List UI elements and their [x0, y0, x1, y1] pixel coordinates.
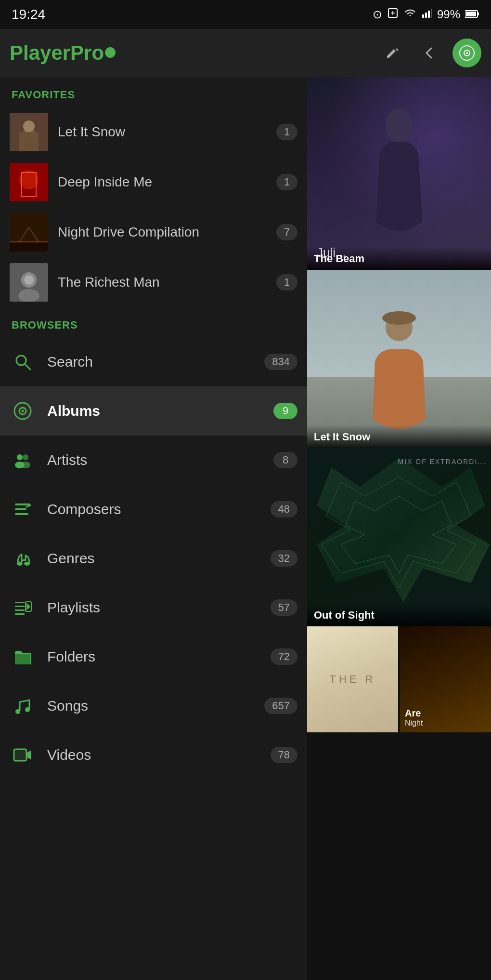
albums-icon: [10, 398, 36, 424]
svg-rect-38: [15, 513, 28, 515]
browser-name-songs: Songs: [47, 698, 253, 714]
now-playing-button[interactable]: [452, 39, 481, 67]
favorite-item-deep-inside-me[interactable]: Deep Inside Me 1: [0, 157, 307, 207]
logo-text: PlayerPro: [10, 41, 116, 65]
browser-item-playlists[interactable]: Playlists 57: [0, 583, 307, 632]
browser-item-composers[interactable]: Composers 48: [0, 485, 307, 534]
edit-button[interactable]: [379, 40, 406, 66]
status-icons: ⊙ 99%: [373, 7, 479, 22]
back-button[interactable]: [416, 40, 443, 66]
browser-item-genres[interactable]: Genres 32: [0, 534, 307, 583]
status-bar: 19:24 ⊙ 99%: [0, 0, 491, 29]
fav-thumb-night-drive: [10, 213, 48, 252]
svg-point-40: [17, 562, 23, 566]
sidebar: FAVORITES Let It Snow 1: [0, 77, 307, 980]
svg-rect-14: [19, 132, 39, 151]
browser-name-search: Search: [47, 354, 253, 370]
battery-icon: [465, 8, 479, 21]
mix-text: MIX OF EXTRAORDI...: [398, 458, 486, 465]
svg-point-26: [24, 275, 34, 285]
browser-count-videos: 78: [271, 747, 297, 763]
browser-name-playlists: Playlists: [47, 599, 259, 616]
fav-name-let-it-snow: Let It Snow: [58, 124, 267, 140]
svg-point-13: [23, 120, 35, 132]
browser-count-folders: 72: [271, 649, 297, 665]
svg-rect-1: [422, 14, 424, 18]
status-time: 19:24: [12, 7, 45, 22]
fav-count-deep-inside-me: 1: [276, 174, 297, 190]
svg-rect-6: [466, 12, 476, 16]
browser-count-search: 834: [264, 354, 297, 370]
svg-rect-7: [478, 13, 479, 15]
browser-item-songs[interactable]: Songs 657: [0, 681, 307, 730]
svg-point-32: [17, 454, 23, 460]
svg-rect-2: [425, 13, 427, 18]
songs-icon: [10, 693, 36, 719]
videos-icon: [10, 742, 36, 768]
battery-text: 99%: [437, 8, 460, 21]
app-logo: PlayerPro: [10, 41, 370, 65]
svg-rect-36: [15, 503, 30, 505]
browser-item-search[interactable]: Search 834: [0, 337, 307, 386]
app-header: PlayerPro: [0, 29, 491, 77]
browser-count-composers: 48: [271, 501, 297, 517]
fav-thumb-let-it-snow: [10, 113, 48, 151]
svg-rect-22: [10, 213, 48, 242]
browsers-label: BROWSERS: [0, 307, 307, 337]
bottom-albums-row: THE R Are Night: [307, 626, 491, 732]
svg-point-41: [24, 562, 30, 566]
night-drive-mini-label: Are: [405, 708, 423, 719]
browser-item-videos[interactable]: Videos 78: [0, 730, 307, 780]
browser-name-folders: Folders: [47, 649, 259, 665]
fav-thumb-deep-inside-me: [10, 163, 48, 201]
browser-name-artists: Artists: [47, 452, 262, 468]
night-drive-mini-sublabel: Night: [405, 719, 423, 728]
svg-rect-42: [15, 602, 25, 603]
svg-rect-37: [15, 508, 26, 510]
svg-rect-3: [428, 11, 430, 18]
fav-count-richest-man: 1: [276, 274, 297, 291]
favorite-item-richest-man[interactable]: The Richest Man 1: [0, 257, 307, 307]
browser-name-videos: Videos: [47, 747, 259, 763]
richest-partial-text: THE R: [330, 673, 376, 686]
nfc-icon: [387, 7, 399, 22]
album-label-let-it-snow: Let It Snow: [307, 425, 491, 448]
favorite-item-night-drive[interactable]: Night Drive Compilation 7: [0, 207, 307, 257]
album-cover-let-it-snow[interactable]: Let It Snow: [307, 270, 491, 448]
svg-point-54: [382, 311, 416, 325]
svg-point-35: [21, 462, 30, 468]
genres-icon: [10, 545, 36, 571]
folders-icon: [10, 644, 36, 670]
album-label-out-of-sight: Out of Sight: [307, 603, 491, 626]
artists-icon: [10, 447, 36, 473]
browser-count-songs: 657: [264, 698, 297, 714]
svg-rect-51: [14, 749, 26, 761]
fav-name-night-drive: Night Drive Compilation: [58, 225, 267, 240]
beam-title-text: Juli...: [317, 245, 481, 260]
svg-point-10: [466, 52, 468, 54]
browser-count-albums: 9: [273, 403, 297, 419]
album-cover-out-of-sight[interactable]: MIX OF EXTRAORDI... Out of Sight: [307, 448, 491, 626]
album-cover-night-drive-mini[interactable]: Are Night: [400, 626, 491, 732]
svg-point-31: [22, 410, 24, 412]
browser-name-genres: Genres: [47, 550, 259, 567]
wifi-icon: [403, 8, 417, 21]
search-icon: [10, 349, 36, 375]
svg-rect-44: [15, 609, 25, 611]
svg-marker-46: [26, 603, 30, 610]
browser-item-artists[interactable]: Artists 8: [0, 436, 307, 485]
browser-item-folders[interactable]: Folders 72: [0, 632, 307, 681]
svg-point-49: [25, 707, 30, 712]
album-cover-richest-partial[interactable]: THE R: [307, 626, 398, 732]
browser-name-albums: Albums: [47, 403, 262, 419]
svg-rect-43: [15, 606, 25, 607]
browser-count-genres: 32: [271, 550, 297, 567]
favorite-item-let-it-snow[interactable]: Let It Snow 1: [0, 107, 307, 157]
signal-icon: [422, 8, 432, 21]
svg-point-33: [23, 454, 28, 460]
fav-count-night-drive: 7: [276, 224, 297, 240]
browser-name-composers: Composers: [47, 501, 259, 517]
browser-item-albums[interactable]: Albums 9: [0, 386, 307, 436]
fav-name-deep-inside-me: Deep Inside Me: [58, 174, 267, 190]
album-cover-beam[interactable]: Juli... The Beam: [307, 77, 491, 270]
